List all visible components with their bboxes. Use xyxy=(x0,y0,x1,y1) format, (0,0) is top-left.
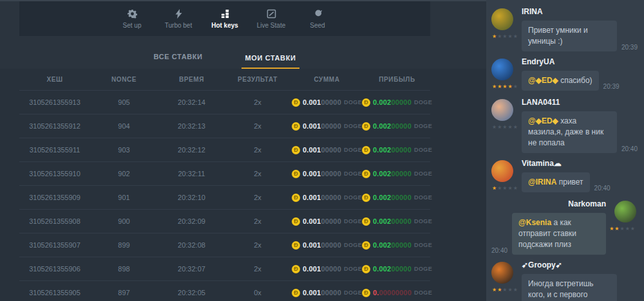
amount-value: 0.00200000 xyxy=(373,217,412,225)
toolbar-item-label: Turbo bet xyxy=(165,22,192,29)
cell-result: 2x xyxy=(225,241,290,249)
amount-value: 0.00100000 xyxy=(303,289,341,296)
bubble-row: Иногда встретишь кого, и с первого взгля… xyxy=(522,274,638,301)
currency-label: DOGE xyxy=(414,99,432,105)
user-avatar[interactable] xyxy=(491,59,513,80)
message-text: спасибо) xyxy=(558,76,592,85)
bets-table-body: 310526135591390520:32:142xÐ0.00100000DOG… xyxy=(0,90,486,301)
cell-hash: 3105261355907 xyxy=(19,241,90,249)
doge-coin-icon: Ð xyxy=(292,122,300,131)
doge-coin-icon: Ð xyxy=(362,289,370,297)
cell-hash: 3105261355910 xyxy=(19,170,90,178)
message-text: Иногда встретишь кого, и с первого взгля… xyxy=(528,279,609,301)
toolbar-item-turbo-bet[interactable]: Turbo bet xyxy=(160,9,197,29)
column-header: РЕЗУЛЬТАТ xyxy=(225,76,290,83)
cell-time: 20:32:14 xyxy=(158,98,225,106)
cell-hash: 3105261355906 xyxy=(19,265,90,273)
user-avatar[interactable] xyxy=(491,262,513,284)
cell-result: 2x xyxy=(225,265,290,273)
user-avatar[interactable] xyxy=(491,99,513,121)
message-text: Привет умники и умницы :) xyxy=(528,26,588,46)
username[interactable]: Narkoman xyxy=(491,199,606,208)
user-avatar[interactable] xyxy=(491,8,513,30)
cell-profit: Ð0.00200000DOGE xyxy=(364,122,430,131)
toolbar-item-seed[interactable]: Seed xyxy=(299,9,336,29)
tab-all-bets[interactable]: ВСЕ СТАВКИ xyxy=(150,53,207,69)
toolbar-item-label: Live State xyxy=(257,22,285,29)
currency-label: DOGE xyxy=(414,266,432,272)
doge-coin-icon: Ð xyxy=(292,146,300,154)
doge-coin-icon: Ð xyxy=(292,194,300,202)
message-timestamp: 20:40 xyxy=(621,145,638,153)
currency-label: DOGE xyxy=(414,194,432,201)
user-avatar[interactable] xyxy=(491,160,513,182)
cell-amount: Ð0.00100000DOGE xyxy=(290,194,364,202)
doge-coin-icon: Ð xyxy=(362,170,370,178)
mention-link[interactable]: @Ksenia xyxy=(518,218,551,227)
cell-hash: 3105261355909 xyxy=(19,194,90,201)
cell-time: 20:32:13 xyxy=(158,122,225,130)
chat-message: ★★★★★Narkoman@Ksenia а как отправит став… xyxy=(491,199,638,255)
cell-profit: Ð0.00200000DOGE xyxy=(364,194,430,202)
chat-message: ★★★★★➹Groopy➹Иногда встретишь кого, и с … xyxy=(491,260,638,301)
currency-label: DOGE xyxy=(344,242,362,248)
cell-time: 20:32:11 xyxy=(158,170,225,178)
toolbar-item-label: Hot keys xyxy=(211,22,238,29)
amount-value: 0.00100000 xyxy=(303,98,341,106)
currency-label: DOGE xyxy=(344,147,362,153)
currency-label: DOGE xyxy=(414,242,432,248)
bets-tabs: ВСЕ СТАВКИМОИ СТАВКИ xyxy=(19,36,430,69)
cell-nonce: 905 xyxy=(90,98,158,106)
table-row: 310526135590990120:32:102xÐ0.00100000DOG… xyxy=(19,185,430,209)
message-bubble: @IRINA привет xyxy=(522,172,590,192)
table-row: 310526135590890020:32:092xÐ0.00100000DOG… xyxy=(19,209,430,233)
toolbar-item-hot-keys[interactable]: Hot keys xyxy=(206,9,243,29)
user-avatar[interactable] xyxy=(614,201,636,223)
message-bubble: @◆ED◆ хаха мазила,я, даже в ник не попал… xyxy=(522,111,617,153)
cell-nonce: 902 xyxy=(90,170,158,178)
bets-table: ХЕШNONCEВРЕМЯРЕЗУЛЬТАТСУММАПРИБЫЛЬ 31052… xyxy=(0,69,486,301)
currency-label: DOGE xyxy=(344,218,362,224)
cell-nonce: 899 xyxy=(90,241,158,249)
username[interactable]: ➹Groopy➹ xyxy=(522,260,638,269)
mention-link[interactable]: @◆ED◆ xyxy=(528,76,558,85)
toolbar-item-live-state[interactable]: Live State xyxy=(252,9,290,29)
message-content: IRINAПривет умники и умницы :)20:39 xyxy=(522,7,638,51)
user-rating-stars: ★★★★★ xyxy=(609,226,636,232)
message-timestamp: 20:39 xyxy=(603,83,620,91)
cell-hash: 3105261355908 xyxy=(19,217,90,225)
cell-profit: Ð0.00200000DOGE xyxy=(364,146,430,154)
doge-coin-icon: Ð xyxy=(292,265,300,273)
username[interactable]: Vitamina☁ xyxy=(522,159,638,168)
message-text: привет xyxy=(556,178,583,187)
cell-hash: 3105261355913 xyxy=(19,98,90,106)
username[interactable]: LANA0411 xyxy=(522,98,638,107)
amount-value: 0.00100000 xyxy=(303,194,341,201)
gear-icon xyxy=(128,9,137,19)
cell-hash: 3105261355912 xyxy=(19,122,90,130)
amount-value: 0.00200000 xyxy=(373,241,412,249)
mention-link[interactable]: @◆ED◆ xyxy=(528,116,558,125)
currency-label: DOGE xyxy=(414,218,432,224)
hotkeys-icon xyxy=(220,9,230,19)
cell-nonce: 904 xyxy=(90,122,158,130)
chat-panel[interactable]: ★★★★★IRINAПривет умники и умницы :)20:39… xyxy=(486,0,644,301)
message-bubble: Иногда встретишь кого, и с первого взгля… xyxy=(522,274,617,301)
seed-icon xyxy=(313,9,323,19)
chat-message: ★★★★★IRINAПривет умники и умницы :)20:39 xyxy=(491,7,638,51)
live-state-icon xyxy=(267,9,276,19)
doge-coin-icon: Ð xyxy=(292,241,300,250)
bubble-row: @IRINA привет20:40 xyxy=(522,172,638,192)
amount-value: 0.00000000 xyxy=(373,289,412,296)
amount-value: 0.00200000 xyxy=(373,194,412,201)
column-header: ВРЕМЯ xyxy=(158,76,225,83)
currency-label: DOGE xyxy=(414,289,432,296)
mention-link[interactable]: @IRINA xyxy=(528,178,556,187)
cell-time: 20:32:12 xyxy=(158,146,225,154)
tab-my-bets[interactable]: МОИ СТАВКИ xyxy=(242,54,300,69)
table-row: 310526135591290420:32:132xÐ0.00100000DOG… xyxy=(19,114,430,138)
toolbar-item-set-up[interactable]: Set up xyxy=(113,9,151,29)
username[interactable]: EndryUA xyxy=(522,57,638,66)
username[interactable]: IRINA xyxy=(522,7,638,16)
cell-hash: 3105261355911 xyxy=(19,146,90,154)
